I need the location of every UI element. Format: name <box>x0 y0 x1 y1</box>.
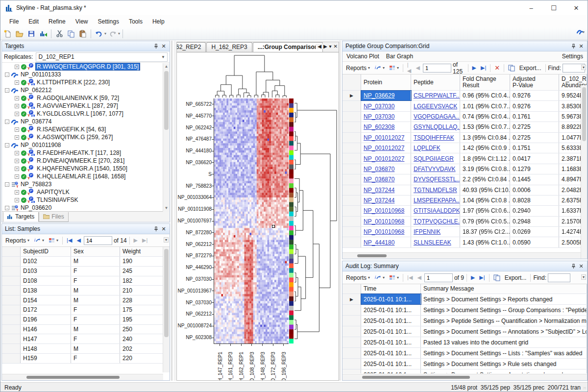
samples-vertical-scrollbar[interactable] <box>163 247 170 372</box>
menu-help[interactable]: Help <box>147 16 170 27</box>
settings-link[interactable]: Settings <box>562 53 583 60</box>
maximize-button[interactable]: ☐ <box>542 0 565 15</box>
grid-cell[interactable]: TSDQIHFFFAK <box>411 133 460 143</box>
tree-item[interactable]: +✓PYK.HQLLEAEMLAR.E [1648, 1658] <box>2 172 170 180</box>
import-results-icon[interactable] <box>38 28 49 39</box>
paste-icon[interactable] <box>77 28 88 39</box>
close-icon[interactable]: ✕ <box>577 262 585 270</box>
grid-cell[interactable]: NP_001010968 <box>361 227 411 237</box>
tree-expander-icon[interactable]: - <box>5 182 9 187</box>
nav-position-input[interactable] <box>84 236 112 245</box>
grid-cell[interactable]: CSLPRPWALTF... <box>411 91 460 100</box>
tree-item[interactable]: -NP_001011908 <box>2 141 170 149</box>
grid-cell[interactable]: DYVSQFESSTL... <box>411 174 460 184</box>
tree-expander-icon[interactable]: + <box>15 151 19 155</box>
graph-tab-1[interactable]: H_162_REP2 <box>177 42 206 52</box>
tree-item[interactable]: +✓PYR.DVNEAIQWMEEK.E [270, 281] <box>2 157 170 165</box>
tab-files[interactable]: Files <box>39 212 68 222</box>
tree-item[interactable]: -NP_062212 <box>2 86 170 94</box>
undo-icon[interactable] <box>94 28 104 39</box>
open-icon[interactable] <box>14 28 25 39</box>
tree-item[interactable]: +✓PYR.ISAEWGEFIK.K [54, 63] <box>2 125 170 133</box>
pivot-icon-button[interactable]: i▾ <box>373 64 386 72</box>
tree-item[interactable]: +✓PYAAPITQYLK <box>2 188 170 196</box>
tree-item[interactable]: +✓PYR.WWGQEITELAQGPGR.D [301, 315] <box>2 63 170 71</box>
tree-item[interactable]: +✓PYK.YGLDLGSLLVR.L [1067, 1077] <box>2 110 170 118</box>
nav-previous-icon[interactable]: ◀ <box>415 65 421 71</box>
tree-expander-icon[interactable]: + <box>15 112 19 116</box>
grid-cell[interactable]: NP_036629 <box>361 91 411 100</box>
grid-cell[interactable]: TGTNLMDFLSR <box>411 185 460 195</box>
nav-first-icon[interactable]: |◀ <box>65 237 74 244</box>
grid-cell[interactable]: NP_444180 <box>361 237 411 247</box>
tree-expander-icon[interactable]: - <box>5 206 9 210</box>
tree-expander-icon[interactable]: + <box>15 159 19 163</box>
reports-dropdown[interactable]: Reports▾ <box>344 64 371 73</box>
tree-expander-icon[interactable]: + <box>15 174 19 179</box>
grid-cell[interactable]: NP_037030 <box>361 101 411 111</box>
chart-icon-button[interactable]: ▾ <box>388 273 400 282</box>
tree-expander-icon[interactable]: - <box>5 143 9 147</box>
toolbar-overflow-icon[interactable]: ▾ <box>164 237 169 243</box>
tree-item[interactable]: -NP_036774 <box>2 118 170 125</box>
view-bar-graph[interactable]: Bar Graph <box>386 53 413 60</box>
tree-expander-icon[interactable]: + <box>15 104 19 108</box>
new-document-icon[interactable] <box>2 28 13 39</box>
menu-edit[interactable]: Edit <box>24 16 44 27</box>
minimize-button[interactable]: – <box>520 0 542 15</box>
tree-item[interactable]: +✓PYR.AGVVAEYPAEK.L [287, 297] <box>2 102 170 110</box>
tree-item[interactable]: +✓PYK.LTTDHTPER.K [222, 230] <box>2 78 170 86</box>
nav-first-icon[interactable]: |◀ <box>406 62 413 74</box>
tree-item[interactable]: -PYNP_758823 <box>2 180 170 188</box>
copy-grid-icon[interactable] <box>492 273 502 282</box>
nav-last-icon[interactable]: ▶| <box>141 237 149 244</box>
reports-dropdown[interactable]: Reports▾ <box>4 236 31 245</box>
grid-cell[interactable]: LQPLDFK <box>411 143 460 153</box>
column-header-peptide[interactable]: Peptide <box>411 74 460 90</box>
vertical-splitter[interactable] <box>339 41 341 381</box>
tree-expander-icon[interactable]: + <box>15 198 19 202</box>
vertical-splitter[interactable] <box>174 41 176 381</box>
nav-previous-icon[interactable]: ◀ <box>416 274 422 281</box>
grid-cell[interactable]: NP_037244 <box>361 185 411 195</box>
samples-horizontal-scrollbar[interactable] <box>2 374 163 380</box>
tab-scroll-right-icon[interactable]: ▶ <box>323 44 327 49</box>
grid-cell[interactable]: NP_001012027 <box>361 153 411 163</box>
tab-menu-icon[interactable]: ▾ <box>329 44 332 49</box>
menu-refine[interactable]: Refine <box>44 16 71 27</box>
vertical-splitter[interactable] <box>171 41 173 381</box>
grid-cell[interactable]: DFATVYVDAVK <box>411 164 460 174</box>
resize-grip[interactable]: ⁙ <box>583 386 587 391</box>
grid-cell[interactable]: NP_037030 <box>361 112 411 122</box>
grid-cell[interactable]: TQTPVQGCHLE... <box>411 217 460 226</box>
column-header-fold-change[interactable]: Fold ChangeResult <box>460 74 510 90</box>
column-header-time[interactable]: Time <box>361 284 421 294</box>
tree-expander-icon[interactable]: + <box>15 65 19 69</box>
column-header-subjectid[interactable]: SubjectID <box>21 247 71 256</box>
chart-icon-button[interactable]: ▾ <box>388 64 400 72</box>
toolbar-overflow-icon[interactable]: ▾ <box>581 274 586 280</box>
targets-vertical-scrollbar[interactable]: ▲ ▼ <box>163 63 170 212</box>
tree-item[interactable]: -PYNP_036620 <box>2 204 170 211</box>
tree-expander-icon[interactable]: + <box>15 190 19 195</box>
grid-cell[interactable]: NP_001010968 <box>361 206 411 216</box>
pin-icon[interactable] <box>569 42 577 50</box>
menu-settings[interactable]: Settings <box>93 16 124 27</box>
menu-file[interactable]: File <box>4 16 24 27</box>
pin-icon[interactable] <box>569 262 577 270</box>
column-header-adjusted[interactable]: AdjustedP-Value <box>510 74 559 90</box>
find-input[interactable] <box>548 273 570 282</box>
pivot-icon-button[interactable]: i▾ <box>32 236 46 245</box>
grid-cell[interactable]: VGQPGDAGAA... <box>411 112 460 122</box>
nav-last-icon[interactable]: ▶| <box>479 65 488 71</box>
nav-previous-icon[interactable]: ◀ <box>75 237 82 244</box>
nav-position-input[interactable] <box>424 273 453 282</box>
grid-cell[interactable]: IFPENNIK <box>411 227 460 237</box>
graph-tab-3[interactable]: ...:Group Comparison <box>253 42 323 52</box>
menu-tools[interactable]: Tools <box>124 16 147 27</box>
pivot-icon-button[interactable]: i▾ <box>373 273 386 282</box>
reports-dropdown[interactable]: Reports▾ <box>344 273 371 282</box>
undo-dropdown-icon[interactable]: ▾ <box>104 31 106 36</box>
tree-expander-icon[interactable]: + <box>15 135 19 140</box>
tree-expander-icon[interactable]: + <box>15 127 19 132</box>
